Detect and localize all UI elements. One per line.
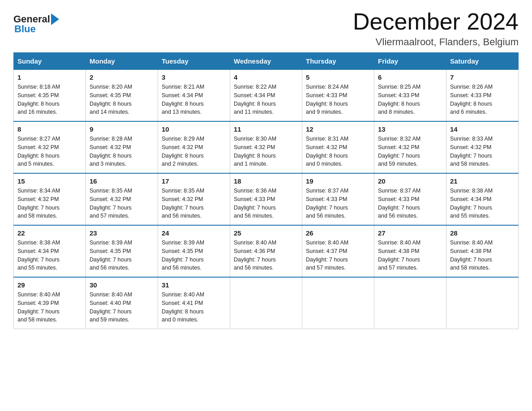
day-number: 28 xyxy=(450,229,515,237)
day-info: Sunrise: 8:34 AMSunset: 4:32 PMDaylight:… xyxy=(17,187,82,220)
calendar-cell: 24Sunrise: 8:39 AMSunset: 4:35 PMDayligh… xyxy=(158,225,230,277)
calendar-cell: 14Sunrise: 8:33 AMSunset: 4:32 PMDayligh… xyxy=(446,121,519,173)
day-number: 2 xyxy=(90,73,154,81)
day-info: Sunrise: 8:28 AMSunset: 4:32 PMDaylight:… xyxy=(90,135,154,168)
day-number: 1 xyxy=(17,73,82,81)
logo-blue-text: Blue xyxy=(14,23,36,34)
day-number: 19 xyxy=(306,177,370,185)
calendar-cell: 18Sunrise: 8:36 AMSunset: 4:33 PMDayligh… xyxy=(230,173,302,225)
calendar-cell: 12Sunrise: 8:31 AMSunset: 4:32 PMDayligh… xyxy=(302,121,374,173)
day-number: 27 xyxy=(378,229,442,237)
title-block: December 2024 Vliermaalroot, Flanders, B… xyxy=(353,9,519,48)
weekday-header-saturday: Saturday xyxy=(446,53,519,70)
weekday-header-friday: Friday xyxy=(374,53,446,70)
calendar-cell: 11Sunrise: 8:30 AMSunset: 4:32 PMDayligh… xyxy=(230,121,302,173)
day-number: 14 xyxy=(450,125,515,133)
calendar-week-1: 1Sunrise: 8:18 AMSunset: 4:35 PMDaylight… xyxy=(14,70,519,122)
day-info: Sunrise: 8:29 AMSunset: 4:32 PMDaylight:… xyxy=(162,135,226,168)
day-number: 9 xyxy=(90,125,154,133)
day-info: Sunrise: 8:40 AMSunset: 4:39 PMDaylight:… xyxy=(17,291,82,324)
calendar-cell: 23Sunrise: 8:39 AMSunset: 4:35 PMDayligh… xyxy=(86,225,158,277)
day-number: 31 xyxy=(162,281,226,289)
calendar-cell: 15Sunrise: 8:34 AMSunset: 4:32 PMDayligh… xyxy=(14,173,86,225)
day-info: Sunrise: 8:39 AMSunset: 4:35 PMDaylight:… xyxy=(162,239,226,272)
calendar-cell: 3Sunrise: 8:21 AMSunset: 4:34 PMDaylight… xyxy=(158,70,230,122)
weekday-header-row: SundayMondayTuesdayWednesdayThursdayFrid… xyxy=(14,53,519,70)
calendar-cell: 17Sunrise: 8:35 AMSunset: 4:32 PMDayligh… xyxy=(158,173,230,225)
calendar-cell: 6Sunrise: 8:25 AMSunset: 4:33 PMDaylight… xyxy=(374,70,446,122)
day-number: 30 xyxy=(90,281,154,289)
calendar-cell: 4Sunrise: 8:22 AMSunset: 4:34 PMDaylight… xyxy=(230,70,302,122)
day-info: Sunrise: 8:40 AMSunset: 4:37 PMDaylight:… xyxy=(306,239,370,272)
day-number: 3 xyxy=(162,73,226,81)
calendar-week-3: 15Sunrise: 8:34 AMSunset: 4:32 PMDayligh… xyxy=(14,173,519,225)
day-info: Sunrise: 8:40 AMSunset: 4:36 PMDaylight:… xyxy=(234,239,298,272)
day-info: Sunrise: 8:37 AMSunset: 4:33 PMDaylight:… xyxy=(306,187,370,220)
calendar-cell: 5Sunrise: 8:24 AMSunset: 4:33 PMDaylight… xyxy=(302,70,374,122)
calendar-cell: 21Sunrise: 8:38 AMSunset: 4:34 PMDayligh… xyxy=(446,173,519,225)
calendar-cell: 27Sunrise: 8:40 AMSunset: 4:38 PMDayligh… xyxy=(374,225,446,277)
day-info: Sunrise: 8:40 AMSunset: 4:38 PMDaylight:… xyxy=(450,239,515,272)
day-info: Sunrise: 8:30 AMSunset: 4:32 PMDaylight:… xyxy=(234,135,298,168)
calendar-cell: 13Sunrise: 8:32 AMSunset: 4:32 PMDayligh… xyxy=(374,121,446,173)
calendar-cell: 29Sunrise: 8:40 AMSunset: 4:39 PMDayligh… xyxy=(14,277,86,329)
day-info: Sunrise: 8:24 AMSunset: 4:33 PMDaylight:… xyxy=(306,83,370,116)
calendar-week-4: 22Sunrise: 8:38 AMSunset: 4:34 PMDayligh… xyxy=(14,225,519,277)
page-header: General Blue December 2024 Vliermaalroot… xyxy=(13,9,519,48)
weekday-header-thursday: Thursday xyxy=(302,53,374,70)
calendar-week-2: 8Sunrise: 8:27 AMSunset: 4:32 PMDaylight… xyxy=(14,121,519,173)
day-info: Sunrise: 8:40 AMSunset: 4:40 PMDaylight:… xyxy=(90,291,154,324)
day-number: 11 xyxy=(234,125,298,133)
calendar-cell xyxy=(230,277,302,329)
calendar-cell xyxy=(446,277,519,329)
calendar-cell: 19Sunrise: 8:37 AMSunset: 4:33 PMDayligh… xyxy=(302,173,374,225)
day-number: 8 xyxy=(17,125,82,133)
day-number: 23 xyxy=(90,229,154,237)
calendar-cell xyxy=(374,277,446,329)
calendar-table: SundayMondayTuesdayWednesdayThursdayFrid… xyxy=(13,52,519,329)
day-number: 21 xyxy=(450,177,515,185)
weekday-header-monday: Monday xyxy=(86,53,158,70)
day-info: Sunrise: 8:22 AMSunset: 4:34 PMDaylight:… xyxy=(234,83,298,116)
weekday-header-wednesday: Wednesday xyxy=(230,53,302,70)
day-number: 25 xyxy=(234,229,298,237)
day-info: Sunrise: 8:38 AMSunset: 4:34 PMDaylight:… xyxy=(450,187,515,220)
day-info: Sunrise: 8:33 AMSunset: 4:32 PMDaylight:… xyxy=(450,135,515,168)
day-number: 18 xyxy=(234,177,298,185)
day-number: 4 xyxy=(234,73,298,81)
calendar-cell: 1Sunrise: 8:18 AMSunset: 4:35 PMDaylight… xyxy=(14,70,86,122)
calendar-cell: 20Sunrise: 8:37 AMSunset: 4:33 PMDayligh… xyxy=(374,173,446,225)
day-info: Sunrise: 8:18 AMSunset: 4:35 PMDaylight:… xyxy=(17,83,82,116)
day-info: Sunrise: 8:37 AMSunset: 4:33 PMDaylight:… xyxy=(378,187,442,220)
calendar-cell: 30Sunrise: 8:40 AMSunset: 4:40 PMDayligh… xyxy=(86,277,158,329)
day-info: Sunrise: 8:20 AMSunset: 4:35 PMDaylight:… xyxy=(90,83,154,116)
day-info: Sunrise: 8:35 AMSunset: 4:32 PMDaylight:… xyxy=(90,187,154,220)
calendar-cell: 31Sunrise: 8:40 AMSunset: 4:41 PMDayligh… xyxy=(158,277,230,329)
calendar-cell: 25Sunrise: 8:40 AMSunset: 4:36 PMDayligh… xyxy=(230,225,302,277)
day-info: Sunrise: 8:36 AMSunset: 4:33 PMDaylight:… xyxy=(234,187,298,220)
day-number: 10 xyxy=(162,125,226,133)
day-info: Sunrise: 8:39 AMSunset: 4:35 PMDaylight:… xyxy=(90,239,154,272)
logo-arrow-icon xyxy=(51,13,59,25)
calendar-cell: 9Sunrise: 8:28 AMSunset: 4:32 PMDaylight… xyxy=(86,121,158,173)
calendar-cell: 26Sunrise: 8:40 AMSunset: 4:37 PMDayligh… xyxy=(302,225,374,277)
day-info: Sunrise: 8:25 AMSunset: 4:33 PMDaylight:… xyxy=(378,83,442,116)
day-number: 6 xyxy=(378,73,442,81)
calendar-cell xyxy=(302,277,374,329)
calendar-cell: 28Sunrise: 8:40 AMSunset: 4:38 PMDayligh… xyxy=(446,225,519,277)
calendar-week-5: 29Sunrise: 8:40 AMSunset: 4:39 PMDayligh… xyxy=(14,277,519,329)
day-info: Sunrise: 8:27 AMSunset: 4:32 PMDaylight:… xyxy=(17,135,82,168)
day-number: 29 xyxy=(17,281,82,289)
calendar-cell: 16Sunrise: 8:35 AMSunset: 4:32 PMDayligh… xyxy=(86,173,158,225)
day-number: 17 xyxy=(162,177,226,185)
day-info: Sunrise: 8:38 AMSunset: 4:34 PMDaylight:… xyxy=(17,239,82,272)
day-number: 15 xyxy=(17,177,82,185)
calendar-subtitle: Vliermaalroot, Flanders, Belgium xyxy=(353,36,519,48)
calendar-cell: 7Sunrise: 8:26 AMSunset: 4:33 PMDaylight… xyxy=(446,70,519,122)
weekday-header-sunday: Sunday xyxy=(14,53,86,70)
calendar-cell: 10Sunrise: 8:29 AMSunset: 4:32 PMDayligh… xyxy=(158,121,230,173)
calendar-cell: 22Sunrise: 8:38 AMSunset: 4:34 PMDayligh… xyxy=(14,225,86,277)
day-info: Sunrise: 8:32 AMSunset: 4:32 PMDaylight:… xyxy=(378,135,442,168)
day-number: 16 xyxy=(90,177,154,185)
day-info: Sunrise: 8:26 AMSunset: 4:33 PMDaylight:… xyxy=(450,83,515,116)
